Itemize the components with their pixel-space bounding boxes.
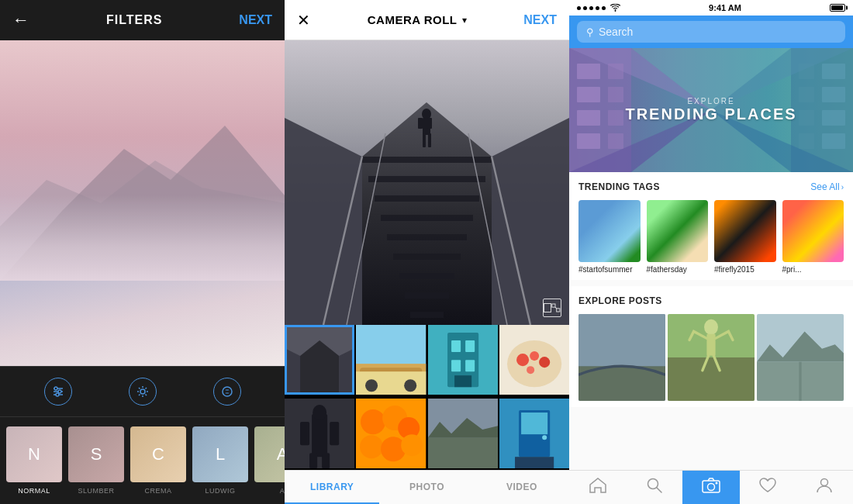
thumb-food[interactable]	[499, 325, 569, 395]
close-button[interactable]: ✕	[297, 12, 310, 28]
svg-rect-26	[405, 292, 449, 299]
filter-slumber-label: SLUMBER	[78, 487, 114, 495]
svg-line-110	[657, 488, 661, 492]
tag-firefly2015[interactable]: #firefly2015	[714, 200, 776, 274]
adjust-control[interactable]	[44, 378, 72, 406]
filters-panel: ← FILTERS NEXT	[0, 0, 285, 504]
svg-rect-38	[552, 304, 555, 307]
tag-startofsummer[interactable]: #startofsummer	[578, 200, 641, 274]
trending-places-banner[interactable]: EXPLORE TRENDING PLACES	[569, 48, 853, 172]
post-2[interactable]	[668, 314, 755, 401]
camera-tabs: LIBRARY PHOTO VIDEO	[285, 470, 569, 504]
brightness-control[interactable]	[129, 378, 157, 406]
svg-rect-62	[312, 414, 327, 457]
svg-point-105	[704, 319, 718, 334]
see-all-label: See All	[810, 181, 839, 192]
svg-point-7	[56, 393, 59, 396]
back-button[interactable]: ←	[12, 10, 29, 30]
search-placeholder: Search	[599, 26, 633, 38]
profile-nav-item[interactable]	[796, 471, 853, 504]
home-nav-item[interactable]	[569, 471, 626, 504]
thumb-staircase[interactable]	[285, 325, 354, 395]
tab-library[interactable]: LIBRARY	[285, 471, 379, 504]
svg-rect-37	[428, 133, 431, 147]
post-1[interactable]	[578, 314, 665, 401]
thumb-person[interactable]	[285, 399, 354, 468]
svg-rect-25	[399, 273, 454, 279]
camera-icon	[702, 478, 720, 497]
svg-point-47	[404, 379, 416, 392]
svg-rect-76	[428, 437, 498, 468]
svg-rect-87	[577, 133, 600, 149]
filters-preview-image	[0, 40, 285, 366]
filters-next-button[interactable]: NEXT	[239, 13, 272, 27]
search-input[interactable]: ⚲ Search	[577, 21, 845, 43]
camera-next-button[interactable]: NEXT	[523, 13, 557, 27]
svg-rect-91	[608, 133, 623, 149]
svg-rect-27	[410, 312, 444, 318]
svg-rect-51	[465, 340, 475, 352]
svg-rect-82	[515, 457, 554, 468]
svg-rect-22	[381, 215, 473, 221]
svg-point-57	[516, 354, 529, 366]
home-icon	[589, 478, 606, 497]
svg-rect-89	[608, 87, 623, 102]
thumb-car[interactable]	[356, 325, 426, 395]
filter-a-thumb: A	[254, 426, 285, 482]
svg-point-46	[365, 379, 378, 392]
camera-title-dropdown[interactable]: CAMERA ROLL ▾	[368, 13, 467, 26]
tab-photo[interactable]: PHOTO	[379, 471, 474, 504]
thumb-oranges[interactable]	[356, 399, 426, 468]
trending-tags-header: TRENDING TAGS See All ›	[578, 181, 844, 192]
thumb-landscape[interactable]	[428, 399, 498, 468]
camera-roll-title: CAMERA ROLL	[368, 13, 458, 26]
svg-rect-39	[557, 309, 560, 312]
filter-ludwig[interactable]: L LUDWIG	[192, 426, 248, 495]
filter-normal-label: NORMAL	[18, 487, 50, 495]
camera-nav-item[interactable]	[682, 471, 739, 504]
svg-rect-36	[423, 133, 426, 147]
svg-rect-54	[454, 375, 471, 387]
svg-rect-34	[418, 118, 423, 129]
tag-thumb-4	[782, 200, 844, 262]
post-3[interactable]	[757, 314, 844, 401]
tag-fathersday[interactable]: #fathersday	[647, 200, 709, 274]
tag-label-3: #firefly2015	[714, 265, 755, 274]
tag-label-1: #startofsummer	[578, 265, 632, 274]
filter-crema-thumb: C	[130, 426, 186, 482]
explore-content: EXPLORE TRENDING PLACES TRENDING TAGS Se…	[569, 48, 853, 470]
camera-roll-panel: ✕ CAMERA ROLL ▾ NEXT	[285, 0, 569, 504]
svg-rect-94	[822, 110, 845, 126]
likes-nav-item[interactable]	[740, 471, 796, 504]
battery-icon	[830, 4, 845, 12]
filters-title: FILTERS	[106, 13, 162, 27]
filter-crema[interactable]: C CREMA	[130, 426, 186, 495]
svg-rect-99	[799, 133, 814, 149]
expand-button[interactable]	[543, 299, 561, 317]
svg-point-17	[223, 387, 232, 396]
status-bar: 9:41 AM	[569, 0, 853, 16]
filter-normal[interactable]: N NORMAL	[6, 426, 62, 495]
explore-posts-section: EXPLORE POSTS	[569, 286, 853, 407]
tab-video[interactable]: VIDEO	[475, 471, 569, 504]
filter-slumber-thumb: S	[68, 426, 124, 482]
see-all-button[interactable]: See All ›	[810, 181, 844, 192]
svg-rect-66	[309, 453, 317, 468]
tag-pri[interactable]: #pri...	[782, 200, 844, 274]
thumb-building[interactable]	[428, 325, 498, 395]
svg-rect-84	[577, 64, 600, 79]
filter-a[interactable]: A A	[254, 426, 285, 495]
filters-strip: N NORMAL S SLUMBER C CREMA L LUDWIG A	[0, 417, 285, 504]
magnifier-icon	[647, 478, 662, 497]
tone-control[interactable]	[213, 378, 241, 406]
svg-rect-65	[330, 422, 339, 445]
svg-point-72	[360, 435, 383, 458]
thumb-door2[interactable]	[499, 399, 569, 468]
filter-crema-label: CREMA	[144, 487, 171, 495]
svg-rect-52	[451, 360, 461, 371]
svg-point-74	[401, 434, 423, 456]
svg-rect-97	[799, 87, 814, 102]
search-nav-item[interactable]	[626, 471, 682, 504]
svg-line-14	[145, 395, 147, 396]
filter-slumber[interactable]: S SLUMBER	[68, 426, 124, 495]
